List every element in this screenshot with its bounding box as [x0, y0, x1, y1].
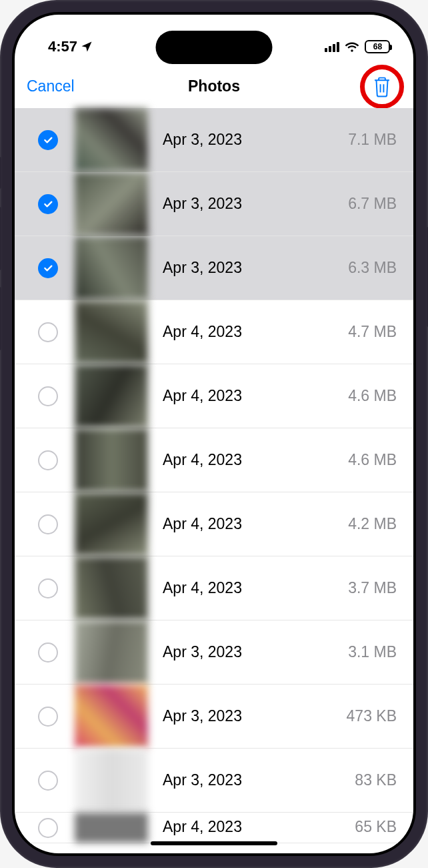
side-button-silence [0, 157, 1, 189]
photo-thumbnail[interactable] [75, 620, 148, 684]
photo-size: 6.7 MB [348, 195, 397, 213]
photo-size: 3.1 MB [348, 643, 397, 661]
photo-size: 4.6 MB [348, 451, 397, 469]
page-title: Photos [188, 77, 240, 95]
photo-row[interactable]: Apr 4, 20234.6 MB [15, 428, 413, 492]
photo-date: Apr 3, 2023 [163, 131, 348, 149]
cellular-icon [325, 41, 339, 52]
photo-row[interactable]: Apr 3, 20236.7 MB [15, 172, 413, 236]
checkbox-empty-icon[interactable] [38, 514, 58, 534]
photo-thumbnail[interactable] [75, 428, 148, 492]
photo-size: 6.3 MB [348, 259, 397, 277]
checkmark-filled-icon[interactable] [38, 130, 58, 150]
checkbox-empty-icon[interactable] [38, 707, 58, 727]
photo-row[interactable]: Apr 3, 20237.1 MB [15, 108, 413, 172]
status-left: 4:57 [48, 38, 93, 55]
checkbox-empty-icon[interactable] [38, 386, 58, 406]
photo-thumbnail[interactable] [75, 364, 148, 428]
photo-row[interactable]: Apr 3, 20236.3 MB [15, 236, 413, 300]
photo-thumbnail[interactable] [75, 556, 148, 620]
photo-date: Apr 3, 2023 [163, 643, 348, 661]
photo-date: Apr 3, 2023 [163, 707, 347, 725]
photo-date: Apr 4, 2023 [163, 515, 348, 533]
checkbox-empty-icon[interactable] [38, 818, 58, 838]
photo-list[interactable]: Apr 3, 20237.1 MBApr 3, 20236.7 MBApr 3,… [15, 108, 413, 843]
photo-row[interactable]: Apr 4, 20233.7 MB [15, 556, 413, 620]
dynamic-island [156, 31, 273, 64]
photo-size: 83 KB [355, 771, 397, 789]
photo-row[interactable]: Apr 3, 202383 KB [15, 749, 413, 813]
delete-button[interactable] [363, 67, 401, 106]
photo-thumbnail[interactable] [75, 749, 148, 812]
photo-thumbnail[interactable] [75, 492, 148, 556]
photo-size: 4.7 MB [348, 323, 397, 341]
wifi-icon [345, 41, 359, 53]
photo-thumbnail[interactable] [75, 108, 148, 171]
side-button-volume-up [0, 207, 1, 270]
photo-size: 473 KB [347, 707, 397, 725]
location-icon [80, 40, 93, 53]
checkbox-empty-icon[interactable] [38, 642, 58, 663]
photo-date: Apr 3, 2023 [163, 195, 348, 213]
photo-row[interactable]: Apr 4, 20234.7 MB [15, 300, 413, 364]
battery-icon: 68 [365, 40, 390, 53]
screen: 4:57 68 [15, 15, 413, 853]
photo-date: Apr 3, 2023 [163, 771, 355, 789]
photo-thumbnail[interactable] [75, 685, 148, 748]
photo-size: 4.2 MB [348, 515, 397, 533]
photo-date: Apr 4, 2023 [163, 451, 348, 469]
photo-size: 7.1 MB [348, 131, 397, 149]
device-frame: 4:57 68 [0, 0, 428, 868]
checkbox-empty-icon[interactable] [38, 578, 58, 598]
nav-bar: Cancel Photos [15, 65, 413, 108]
photo-row[interactable]: Apr 3, 2023473 KB [15, 685, 413, 749]
photo-row[interactable]: Apr 4, 20234.2 MB [15, 492, 413, 556]
photo-thumbnail[interactable] [75, 300, 148, 364]
photo-row[interactable]: Apr 4, 20234.6 MB [15, 364, 413, 428]
photo-size: 65 KB [355, 813, 397, 836]
trash-icon [372, 75, 392, 98]
checkbox-empty-icon[interactable] [38, 322, 58, 342]
photo-row[interactable]: Apr 3, 20233.1 MB [15, 620, 413, 685]
photo-date: Apr 4, 2023 [163, 323, 348, 341]
checkmark-filled-icon[interactable] [38, 194, 58, 214]
status-time: 4:57 [48, 38, 77, 55]
side-button-volume-down [0, 287, 1, 350]
photo-thumbnail[interactable] [75, 172, 148, 236]
photo-date: Apr 4, 2023 [163, 579, 348, 597]
checkmark-filled-icon[interactable] [38, 258, 58, 278]
checkbox-empty-icon[interactable] [38, 450, 58, 470]
cancel-button[interactable]: Cancel [27, 77, 75, 95]
photo-thumbnail[interactable] [75, 236, 148, 300]
photo-size: 4.6 MB [348, 387, 397, 405]
status-right: 68 [325, 40, 390, 53]
photo-date: Apr 4, 2023 [163, 813, 355, 836]
photo-date: Apr 3, 2023 [163, 259, 348, 277]
photo-row[interactable]: Apr 4, 202365 KB [15, 813, 413, 843]
checkbox-empty-icon[interactable] [38, 771, 58, 791]
photo-thumbnail[interactable] [75, 813, 148, 843]
photo-size: 3.7 MB [348, 579, 397, 597]
battery-level: 68 [373, 42, 382, 51]
home-indicator[interactable] [151, 841, 277, 845]
photo-date: Apr 4, 2023 [163, 387, 348, 405]
